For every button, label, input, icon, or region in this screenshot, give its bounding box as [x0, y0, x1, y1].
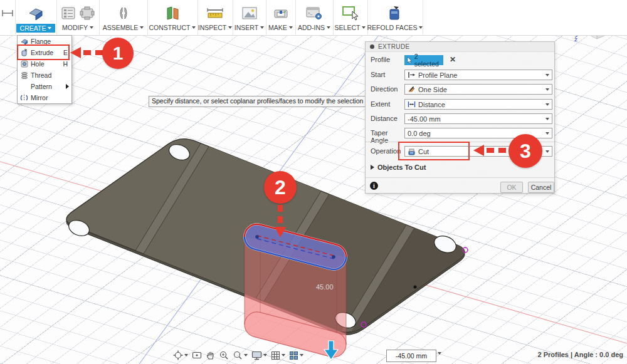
zoom-window-button[interactable] — [233, 350, 248, 360]
inspect-menu-button[interactable]: INSPECT — [198, 24, 233, 31]
extent-combobox[interactable]: Distance — [404, 99, 552, 110]
menu-item-mirror[interactable]: Mirror — [18, 92, 71, 103]
menu-item-pattern[interactable]: Pattern — [18, 81, 71, 92]
toolbar-group-construct[interactable]: CONSTRUCT — [147, 0, 198, 34]
menu-item-label: Hole — [31, 60, 60, 68]
grid-settings-button[interactable] — [271, 351, 285, 360]
cursor-icon — [407, 57, 413, 64]
direction-combobox[interactable]: One Side — [404, 84, 552, 95]
status-tooltip: Specify distance, or select coplanar pro… — [149, 96, 366, 107]
chevron-down-icon — [48, 27, 51, 29]
assemble-menu-button[interactable]: ASSEMBLE — [103, 24, 144, 31]
addins-menu-button[interactable]: ADD-INS — [298, 24, 330, 31]
chevron-down-icon — [545, 103, 549, 106]
start-value: Profile Plane — [418, 71, 457, 79]
create-label: CREATE — [20, 24, 46, 32]
dialog-title: EXTRUDE — [378, 43, 410, 50]
refold-faces-label: REFOLD FACES — [367, 24, 418, 31]
chevron-down-icon — [300, 354, 303, 356]
pattern-icon — [20, 83, 28, 91]
direction-label: Direction — [371, 85, 404, 93]
menu-item-label: Thread — [31, 71, 69, 79]
construct-icon — [164, 6, 181, 21]
menu-item-thread[interactable]: Thread — [18, 70, 71, 81]
profile-selection-chip[interactable]: 2 selected — [404, 55, 443, 65]
toolbar-group-create[interactable]: CREATE — [15, 0, 57, 34]
flange-icon — [28, 6, 44, 21]
orbit-tool-button[interactable] — [173, 350, 188, 360]
modify-label: MODIFY — [62, 24, 88, 31]
clear-selection-icon[interactable]: ✕ — [450, 56, 457, 63]
pan-tool-button[interactable] — [206, 351, 215, 360]
display-settings-button[interactable] — [251, 351, 267, 360]
select-label: SELECT — [335, 24, 361, 31]
start-label: Start — [371, 71, 404, 78]
cancel-button[interactable]: Cancel — [528, 182, 554, 193]
chevron-down-icon — [545, 150, 549, 153]
select-menu-button[interactable]: SELECT — [335, 24, 366, 31]
distance-input-dropdown-icon[interactable] — [438, 352, 441, 355]
chevron-down-icon — [282, 354, 285, 356]
toolbar-group-select[interactable]: SELECT — [333, 0, 368, 34]
sketch-midpoint[interactable] — [414, 286, 417, 289]
toolbar-group-refold[interactable]: REFOLD FACES — [367, 0, 423, 34]
toolbar-group-modify[interactable]: MODIFY — [56, 0, 100, 34]
selection-status-text: 2 Profiles | Angle : 0.0 deg — [537, 351, 623, 358]
modify-list-icon — [61, 6, 76, 20]
chevron-down-icon — [362, 26, 366, 29]
distance-value-input[interactable]: -45.00 mm — [386, 350, 436, 362]
main-toolbar: CREATE MODIFY ASSEMBLE CONSTRUCT INSPECT… — [0, 0, 627, 36]
start-combobox[interactable]: Profile Plane — [404, 70, 552, 80]
chevron-down-icon — [545, 132, 549, 135]
create-menu-button[interactable]: CREATE — [16, 24, 56, 33]
chevron-down-icon — [263, 354, 267, 356]
chevron-down-icon — [90, 26, 93, 29]
inspect-label: INSPECT — [198, 24, 227, 31]
ok-button[interactable]: OK — [500, 182, 523, 193]
toolbar-group-assemble[interactable]: ASSEMBLE — [99, 0, 148, 34]
assemble-label: ASSEMBLE — [103, 24, 139, 31]
modify-plate-icon — [80, 6, 95, 20]
slot-center-point-2[interactable] — [332, 255, 335, 259]
highlight-box-extrude — [17, 44, 70, 60]
make-menu-button[interactable]: MAKE — [268, 24, 293, 31]
insert-label: INSERT — [234, 24, 258, 31]
chevron-down-icon — [545, 88, 549, 91]
refold-faces-icon — [387, 6, 403, 21]
make-label: MAKE — [268, 24, 287, 31]
insert-menu-button[interactable]: INSERT — [234, 24, 264, 31]
toolbar-group-inspect[interactable]: INSPECT — [198, 0, 233, 34]
dialog-grip-icon — [370, 44, 374, 49]
info-icon[interactable]: i — [370, 182, 378, 190]
toolbar-group-insert[interactable]: INSERT — [233, 0, 266, 34]
toolbar-group-edge — [0, 0, 16, 34]
objects-to-cut-expander[interactable]: Objects To Cut — [371, 164, 426, 171]
construct-label: CONSTRUCT — [149, 24, 191, 31]
modify-menu-button[interactable]: MODIFY — [62, 24, 93, 31]
navigation-toolbar — [173, 349, 303, 361]
addins-icon: >_ — [305, 6, 323, 21]
direction-value: One Side — [418, 86, 447, 93]
refold-faces-menu-button[interactable]: REFOLD FACES — [367, 24, 423, 31]
viewports-button[interactable] — [289, 351, 303, 360]
extent-label: Extent — [371, 100, 404, 108]
slot-center-point-1[interactable] — [255, 235, 259, 239]
profile-label: Profile — [371, 56, 404, 63]
chevron-down-icon — [228, 26, 232, 29]
highlight-box-operation — [398, 142, 470, 160]
zoom-tool-button[interactable] — [219, 350, 229, 360]
chevron-down-icon — [289, 26, 293, 29]
dialog-separator — [366, 177, 554, 178]
extrude-dimension-label: 45.00 — [316, 283, 334, 291]
callout-2: 2 — [264, 171, 297, 204]
objects-to-cut-label: Objects To Cut — [377, 164, 426, 171]
construct-menu-button[interactable]: CONSTRUCT — [149, 24, 196, 31]
distance-value: -45.00 mm — [408, 115, 441, 123]
look-at-tool-button[interactable] — [192, 351, 202, 360]
dialog-header[interactable]: EXTRUDE — [366, 42, 554, 52]
toolbar-group-addins[interactable]: >_ ADD-INS — [295, 0, 334, 34]
mirror-icon — [20, 94, 28, 102]
toolbar-group-make[interactable]: MAKE — [266, 0, 296, 34]
svg-text:>_: >_ — [308, 11, 313, 15]
distance-input[interactable]: -45.00 mm — [404, 113, 552, 124]
